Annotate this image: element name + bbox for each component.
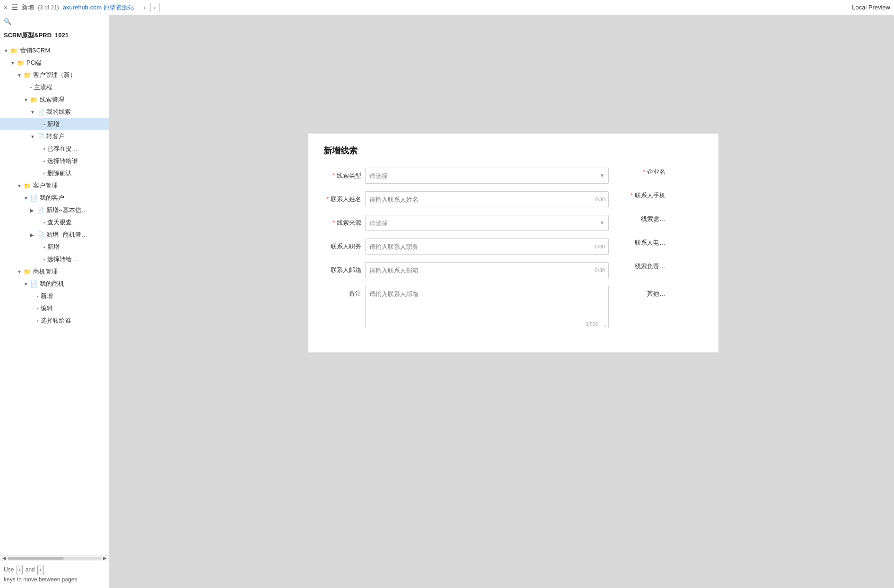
page-folder-icon: 📄 (37, 231, 44, 239)
sidebar-item-item-zhuankehu[interactable]: ▼📄转客户 (0, 130, 109, 143)
contact-position-input[interactable] (365, 239, 609, 255)
sidebar-item-item-shanchu-queren[interactable]: ▪删除确认 (0, 167, 109, 179)
form-panel: 新增线索 线索类型 请选择 ▼ 企业名 (308, 133, 719, 353)
nav-hint: Use ‹ and › keys to move between pages (0, 561, 109, 588)
form-title: 新增线索 (324, 145, 703, 156)
sidebar-item-item-chatianyecha[interactable]: ▪查天眼查 (0, 216, 109, 229)
xianso-source-label: 线索来源 (324, 219, 361, 227)
sidebar-item-label: 新增 (41, 292, 53, 300)
sidebar-item-item-add3[interactable]: ▪新增 (0, 290, 109, 302)
sidebar-item-label: 新增 (47, 120, 60, 128)
sidebar-item-item-add-shangjijia[interactable]: ▶📄新增--商机管… (0, 229, 109, 241)
sidebar-item-item-main-flow[interactable]: ▪主流程 (0, 81, 109, 94)
sidebar-item-item-pc[interactable]: ▼📁PC端 (0, 57, 109, 69)
folder-icon: 📁 (24, 72, 31, 79)
contact-position-input-wrapper: 0/30 (365, 239, 609, 255)
sidebar-item-label: 转客户 (46, 132, 65, 141)
contact-mailbox-group: 联系人邮箱 0/30 (324, 262, 609, 278)
sidebar-item-label: 我的线索 (46, 108, 71, 116)
sidebar-item-item-edit[interactable]: ▪编辑 (0, 302, 109, 315)
page-icon: ▪ (30, 85, 32, 90)
menu-icon[interactable]: ☰ (11, 3, 18, 12)
sidebar-item-label: 客户管理 (33, 181, 58, 190)
sidebar-item-item-my-xianso[interactable]: ▼📄我的线索 (0, 106, 109, 118)
xianso-type-group: 线索类型 请选择 ▼ (324, 168, 609, 184)
sidebar-item-label: 已存在提… (47, 145, 78, 153)
sidebar: 🔍 SCRM原型&PRD_1021 ▼📁营销SCRM▼📁PC端▼📁客户管理（新）… (0, 15, 110, 588)
sidebar-search-bar: 🔍 (0, 15, 109, 28)
sidebar-item-label: 选择转给… (47, 255, 78, 264)
other-label: 其他… (628, 290, 665, 298)
site-link[interactable]: axurehub.com 原型资源站 (63, 3, 134, 12)
sidebar-item-label: 新增 (47, 243, 60, 251)
folder-icon: 📁 (24, 268, 31, 275)
arrow-icon: ▼ (30, 134, 37, 139)
sidebar-item-item-shangji-mgmt[interactable]: ▼📁商机管理 (0, 265, 109, 278)
resize-handle-icon: ⊿ (601, 322, 608, 329)
notes-textarea[interactable] (365, 286, 609, 328)
sidebar-item-item-kehu-mgmt[interactable]: ▼📁客户管理（新） (0, 69, 109, 81)
contact-name-input[interactable] (365, 191, 609, 207)
enterprise-name-label: 企业名 (628, 168, 665, 176)
next-key: › (37, 565, 44, 575)
sidebar-item-item-xuanze-zhuangei[interactable]: ▪选择转给… (0, 253, 109, 265)
sidebar-item-label: 选择转给谁 (41, 316, 71, 325)
sidebar-item-label: 查天眼查 (47, 218, 72, 227)
xianso-source-select[interactable]: 请选择 (365, 215, 609, 231)
top-bar: × ☰ 新增 (3 of 21) axurehub.com 原型资源站 ‹ › … (0, 0, 894, 15)
arrow-icon: ▼ (17, 269, 24, 274)
xianso-type-select[interactable]: 请选择 (365, 168, 609, 184)
contact-mailbox-label: 联系人邮箱 (324, 266, 361, 274)
sidebar-item-item-xuanze-zhuan[interactable]: ▪选择转给谁 (0, 155, 109, 167)
search-input[interactable] (13, 18, 105, 25)
arrow-icon: ▶ (30, 232, 37, 238)
sidebar-item-item-yicunzai[interactable]: ▪已存在提… (0, 143, 109, 155)
page-icon: ▪ (43, 244, 45, 250)
page-icon: ▪ (43, 146, 45, 152)
sidebar-item-item-yingxiao[interactable]: ▼📁营销SCRM (0, 44, 109, 57)
xianso-source-group: 线索来源 请选择 ▼ (324, 215, 609, 231)
nav-prev-button[interactable]: ‹ (140, 3, 149, 12)
sidebar-item-label: 我的商机 (40, 280, 64, 288)
page-folder-icon: 📄 (37, 109, 44, 116)
xianso-type-select-wrapper: 请选择 ▼ (365, 168, 609, 184)
nav-buttons: ‹ › (140, 3, 160, 12)
arrow-icon: ▼ (17, 183, 24, 188)
sidebar-item-item-add2[interactable]: ▪新增 (0, 241, 109, 253)
sidebar-item-item-kehu-mgmt2[interactable]: ▼📁客户管理 (0, 179, 109, 192)
xianso-type-label: 线索类型 (324, 171, 361, 180)
form-row-3: 线索来源 请选择 ▼ 线索需… (324, 215, 703, 231)
sidebar-item-label: 客户管理（新） (33, 71, 76, 79)
scroll-track[interactable] (8, 557, 102, 560)
page-folder-icon: 📄 (37, 207, 44, 214)
folder-icon: 📁 (30, 96, 38, 103)
contact-email-label: 联系人电… (628, 239, 665, 247)
project-title: SCRM原型&PRD_1021 (0, 28, 109, 43)
contact-mailbox-input[interactable] (365, 262, 609, 278)
arrow-icon: ▼ (10, 60, 17, 66)
page-info: (3 of 21) (38, 4, 59, 11)
page-folder-icon: 📄 (37, 133, 44, 140)
page-icon: ▪ (43, 170, 45, 176)
contact-name-label: 联系人姓名 (324, 195, 361, 204)
sidebar-item-item-my-shangji[interactable]: ▼📄我的商机 (0, 278, 109, 290)
contact-position-count: 0/30 (595, 244, 605, 249)
scroll-thumb (8, 557, 64, 560)
sidebar-tree: ▼📁营销SCRM▼📁PC端▼📁客户管理（新）▪主流程▼📁线索管理▼📄我的线索▪新… (0, 43, 109, 555)
sidebar-item-item-xianso-mgmt[interactable]: ▼📁线索管理 (0, 94, 109, 106)
xianso-source-select-wrapper: 请选择 ▼ (365, 215, 609, 231)
sidebar-item-label: 删除确认 (47, 169, 72, 178)
sidebar-item-item-my-kehu[interactable]: ▼📄我的客户 (0, 192, 109, 204)
close-icon[interactable]: × (4, 4, 8, 11)
contact-position-label: 联系人职务 (324, 242, 361, 251)
sidebar-item-item-xuanze-zhuangei2[interactable]: ▪选择转给谁 (0, 315, 109, 327)
arrow-icon: ▼ (24, 97, 30, 102)
sidebar-item-item-add[interactable]: ▪新增 (0, 118, 109, 130)
form-row-4: 联系人职务 0/30 联系人电… (324, 239, 703, 255)
contact-phone-label: 联系人手机 (628, 191, 665, 200)
sidebar-item-item-add-base[interactable]: ▶📄新增--基本信… (0, 204, 109, 216)
sidebar-item-label: 编辑 (41, 304, 53, 313)
contact-name-input-wrapper: 0/30 (365, 191, 609, 207)
page-icon: ▪ (37, 293, 39, 299)
nav-next-button[interactable]: › (150, 3, 160, 12)
